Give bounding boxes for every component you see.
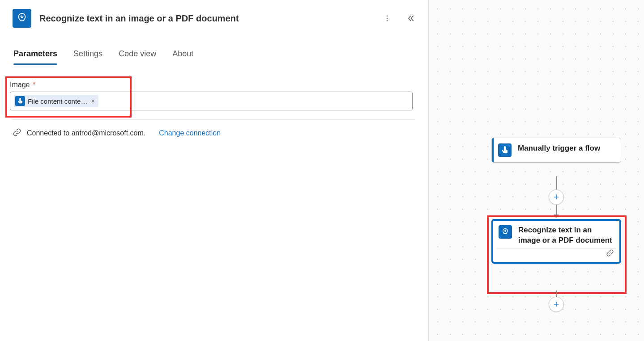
connection-info: Connected to antrod@microsoft.com. Chang… [0,120,428,147]
panel-header: Recognize text in an image or a PDF docu… [0,0,428,36]
plus-icon: + [554,299,559,310]
flow-card-recognize-text[interactable]: Recognize text in an image or a PDF docu… [491,219,621,264]
change-connection-link[interactable]: Change connection [159,129,221,137]
image-label-text: Image [10,81,30,88]
connection-text: Connected to antrod@microsoft.com. [27,129,145,137]
more-menu-button[interactable] [382,13,392,24]
card-divider [497,248,616,248]
tab-code-view[interactable]: Code view [119,49,156,64]
panel-title: Recognize text in an image or a PDF docu… [39,13,374,24]
collapse-panel-button[interactable] [405,13,416,24]
connector-line [556,290,557,297]
touch-icon [498,143,512,157]
svg-point-2 [387,20,388,21]
image-field-label: Image * [10,81,35,89]
remove-chip-button[interactable]: × [90,97,95,105]
flow-canvas[interactable]: Manually trigger a flow + Recognize text… [429,0,644,341]
tab-about[interactable]: About [172,49,193,64]
required-indicator: * [33,81,35,88]
flow-card-trigger[interactable]: Manually trigger a flow [491,138,621,163]
connector-line [556,205,557,215]
image-input[interactable]: File content conte… × [10,92,413,110]
tabs: Parameters Settings Code view About [0,36,428,64]
touch-icon [15,96,25,106]
card-title: Recognize text in an image or a PDF docu… [518,225,614,246]
add-step-button[interactable]: + [549,297,564,312]
card-accent [492,138,494,162]
link-icon [13,128,21,139]
card-title: Manually trigger a flow [518,143,600,154]
link-icon [606,249,614,258]
plus-icon: + [554,191,559,203]
ai-builder-icon [13,9,31,28]
ai-builder-icon [499,225,512,239]
tab-settings[interactable]: Settings [73,49,102,64]
tab-parameters[interactable]: Parameters [13,49,57,64]
action-config-panel: Recognize text in an image or a PDF docu… [0,0,429,341]
connector-line [556,176,557,189]
add-step-button[interactable]: + [549,189,564,205]
dynamic-content-chip[interactable]: File content conte… × [14,95,98,107]
arrow-down-icon [554,215,559,218]
image-field-wrap: Image * File content conte… × [10,81,416,110]
chip-label: File content conte… [28,97,87,105]
svg-point-1 [387,18,388,19]
svg-point-0 [387,15,388,17]
